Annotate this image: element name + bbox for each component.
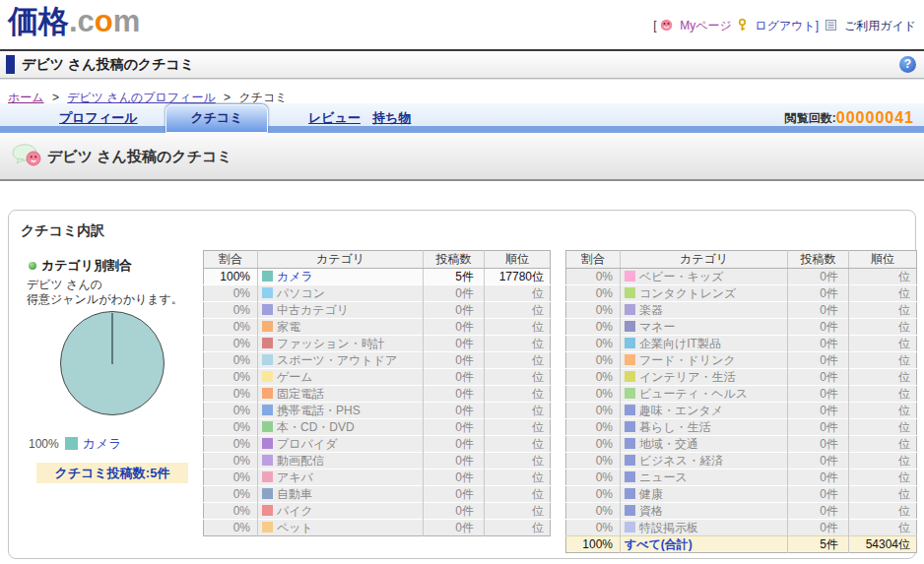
category-row: 0%地域・交通0件位 — [566, 436, 917, 453]
rank-cell: 17780位 — [485, 269, 551, 285]
guide-link[interactable]: ご利用ガイド — [844, 19, 916, 32]
category-row: 0%暮らし・生活0件位 — [566, 419, 917, 436]
rank-cell: 位 — [485, 302, 551, 319]
rank-cell: 位 — [485, 285, 551, 302]
category-label: 地域・交通 — [639, 437, 698, 451]
category-row: 0%ファッション・時計0件位 — [204, 336, 551, 352]
count-cell: 5件 — [788, 536, 849, 553]
category-cell: ベビー・キッズ — [621, 269, 788, 285]
col-header-count: 投稿数 — [788, 251, 849, 269]
category-cell: 自動車 — [258, 486, 424, 503]
category-row: 0%ビジネス・経済0件位 — [566, 453, 917, 470]
category-color-swatch — [262, 455, 273, 466]
category-cell: 地域・交通 — [621, 436, 788, 453]
category-label: 動画配信 — [277, 454, 324, 468]
rank-cell: 位 — [485, 470, 551, 486]
percent-cell: 0% — [566, 486, 621, 503]
category-cell: 家電 — [258, 319, 424, 336]
percent-cell: 0% — [566, 285, 621, 302]
percent-cell: 0% — [204, 336, 258, 352]
kakaku-logo[interactable]: 価格.com — [8, 4, 140, 39]
breadcrumb-profile-link[interactable]: デビツ さんのプロフィール — [67, 91, 215, 104]
page-title: デビツ さん投稿のクチコミ — [22, 56, 194, 74]
percent-cell: 0% — [566, 453, 621, 470]
category-cell: 楽器 — [621, 302, 788, 319]
category-label: 固定電話 — [277, 387, 324, 401]
tab-profile[interactable]: プロフィール — [59, 109, 138, 127]
category-label: 健康 — [639, 487, 663, 501]
percent-cell: 0% — [204, 453, 258, 470]
category-row: 0%ニュース0件位 — [566, 470, 917, 486]
count-cell: 0件 — [424, 453, 485, 470]
category-cell: 本・CD・DVD — [258, 419, 424, 436]
rank-cell: 位 — [849, 436, 917, 453]
total-row: 100%すべて(合計)5件54304位 — [566, 536, 917, 553]
breadcrumb-home-link[interactable]: ホーム — [8, 91, 44, 104]
category-row: 0%特設掲示板0件位 — [566, 520, 917, 536]
category-label: 資格 — [639, 504, 663, 518]
category-row: 0%マネー0件位 — [566, 319, 917, 336]
category-label: マネー — [639, 320, 676, 334]
count-cell: 0件 — [788, 269, 849, 285]
chart-title-label: カテゴリ別割合 — [41, 258, 132, 273]
percent-cell: 0% — [204, 403, 258, 419]
category-row: 0%ペット0件位 — [204, 520, 551, 536]
count-cell: 0件 — [788, 436, 849, 453]
count-cell: 0件 — [424, 285, 485, 302]
title-accent-block — [6, 55, 15, 74]
smiley-icon — [660, 19, 673, 34]
page-title-bar: デビツ さん投稿のクチコミ ? — [0, 49, 924, 79]
category-label: 本・CD・DVD — [277, 420, 355, 434]
chart-title: カテゴリ別割合 — [29, 257, 132, 275]
category-color-swatch — [625, 371, 635, 382]
chart-description: デビツ さんの 得意ジャンルがわかります。 — [27, 278, 183, 307]
category-cell: パソコン — [258, 285, 424, 302]
view-count-value: 00000041 — [836, 109, 914, 126]
category-cell: 特設掲示板 — [621, 520, 788, 536]
percent-cell: 0% — [204, 436, 258, 453]
category-label: ペット — [277, 521, 313, 534]
percent-cell: 0% — [566, 336, 621, 352]
count-cell: 0件 — [424, 386, 485, 403]
help-icon[interactable]: ? — [899, 56, 916, 73]
category-label: ビジネス・経済 — [639, 454, 723, 468]
green-bullet-icon — [29, 262, 36, 270]
category-label: 楽器 — [639, 303, 663, 317]
category-label: 特設掲示板 — [639, 521, 698, 534]
rank-cell: 位 — [485, 319, 551, 336]
category-link[interactable]: カメラ — [277, 270, 313, 283]
category-color-swatch — [625, 271, 635, 282]
legend-category-link[interactable]: カメラ — [83, 436, 122, 451]
category-color-swatch — [262, 271, 273, 282]
category-label: ニュース — [639, 470, 688, 484]
category-cell: ビジネス・経済 — [621, 453, 788, 470]
tab-kuchikomi-active[interactable]: クチコミ — [165, 104, 268, 133]
count-cell: 0件 — [788, 486, 849, 503]
count-cell: 0件 — [788, 302, 849, 319]
logout-link[interactable]: ログアウト] — [755, 19, 819, 32]
category-row: 100%カメラ5件17780位 — [204, 269, 551, 285]
col-header-rank: 順位 — [485, 251, 551, 269]
mypage-link[interactable]: Myページ — [680, 19, 732, 32]
kuchikomi-bubble-icon — [12, 144, 45, 171]
percent-cell: 0% — [566, 520, 621, 536]
category-cell: 企業向けIT製品 — [621, 336, 788, 352]
rank-cell: 位 — [485, 453, 551, 470]
count-cell: 0件 — [424, 436, 485, 453]
percent-cell: 0% — [204, 386, 258, 403]
category-label: プロバイダ — [277, 437, 337, 451]
category-label: フード・ドリンク — [639, 353, 736, 367]
category-link[interactable]: すべて(合計) — [625, 537, 693, 551]
col-header-percent: 割合 — [566, 251, 621, 269]
category-color-swatch — [625, 354, 635, 365]
tab-review[interactable]: レビュー — [308, 109, 361, 127]
category-cell: 動画配信 — [258, 453, 424, 470]
percent-cell: 0% — [566, 386, 621, 403]
category-color-swatch — [262, 421, 273, 432]
category-color-swatch — [262, 321, 273, 332]
category-color-swatch — [262, 522, 273, 533]
category-label: ビューティ・ヘルス — [639, 387, 748, 401]
tab-belongings[interactable]: 持ち物 — [372, 109, 411, 127]
logo-kakaku-text: 価格 — [8, 4, 69, 38]
user-links: [ Myページ ログアウト] ご利用ガイド — [653, 18, 918, 34]
